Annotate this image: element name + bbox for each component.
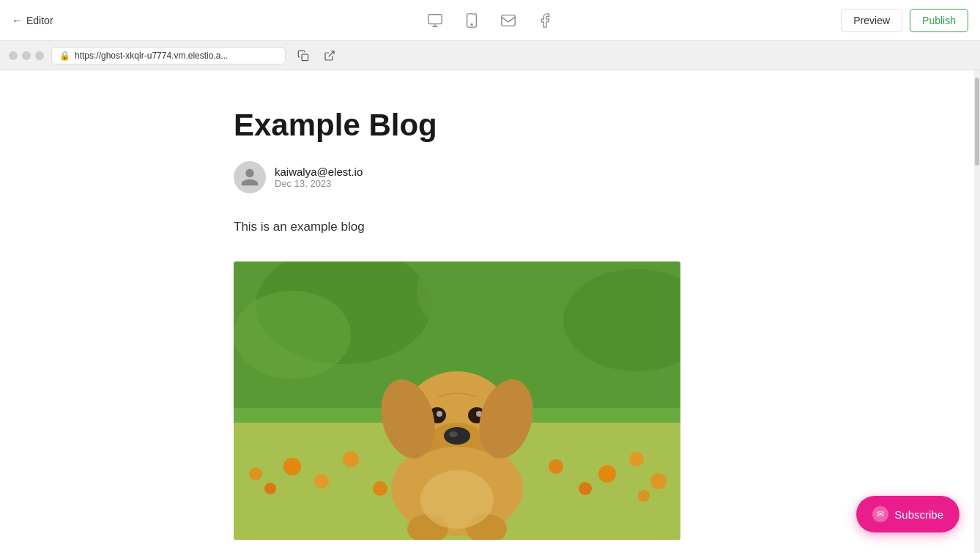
preview-button[interactable]: Preview [841, 9, 902, 32]
traffic-dot-1 [9, 51, 18, 60]
svg-point-11 [234, 291, 351, 379]
svg-point-15 [264, 483, 276, 494]
svg-rect-4 [302, 54, 308, 61]
dog-svg [234, 261, 680, 540]
desktop-icon[interactable] [427, 12, 443, 29]
avatar-icon [240, 167, 260, 188]
svg-rect-0 [428, 14, 442, 23]
author-info: kaiwalya@elest.io Dec 13, 2023 [275, 166, 363, 189]
author-row: kaiwalya@elest.io Dec 13, 2023 [234, 161, 746, 193]
svg-point-23 [638, 490, 650, 502]
svg-point-32 [437, 411, 442, 417]
subscribe-icon: ✉ [872, 506, 888, 522]
lock-icon: 🔒 [59, 51, 70, 61]
tablet-icon[interactable] [464, 12, 480, 29]
browser-bar: 🔒 https://ghost-xkqlr-u7774.vm.elestio.a… [0, 41, 980, 70]
toolbar: ← Editor [0, 0, 980, 41]
svg-point-41 [420, 470, 494, 529]
copy-url-button[interactable] [293, 45, 313, 66]
scrollbar-thumb[interactable] [975, 78, 979, 166]
svg-point-19 [598, 465, 616, 483]
publish-button[interactable]: Publish [910, 9, 968, 32]
svg-point-17 [249, 467, 262, 480]
browser-actions [293, 45, 340, 66]
address-bar[interactable]: 🔒 https://ghost-xkqlr-u7774.vm.elestio.a… [51, 47, 286, 64]
post-date: Dec 13, 2023 [275, 178, 363, 189]
email-icon[interactable] [500, 12, 516, 29]
author-name: kaiwalya@elest.io [275, 166, 363, 178]
content-inner: Example Blog kaiwalya@elest.io Dec 13, 2… [219, 70, 761, 553]
back-to-editor[interactable]: ← Editor [12, 15, 53, 26]
svg-point-24 [549, 459, 563, 474]
blog-title: Example Blog [234, 107, 746, 144]
blog-image [234, 261, 680, 540]
svg-point-18 [373, 481, 387, 496]
traffic-lights [9, 51, 44, 60]
blog-excerpt: This is an example blog [234, 217, 746, 238]
editor-label: Editor [26, 15, 53, 26]
svg-line-5 [329, 51, 334, 56]
svg-point-13 [283, 458, 301, 475]
svg-point-22 [650, 473, 667, 489]
back-arrow-icon: ← [12, 15, 22, 26]
open-external-button[interactable] [319, 45, 340, 66]
svg-point-20 [629, 452, 644, 467]
facebook-icon[interactable] [537, 12, 553, 29]
toolbar-right: Preview Publish [841, 9, 968, 32]
url-text: https://ghost-xkqlr-u7774.vm.elestio.a..… [75, 51, 278, 61]
dog-image-container [234, 261, 680, 540]
toolbar-center [427, 12, 553, 29]
svg-point-16 [343, 451, 359, 467]
subscribe-label: Subscribe [894, 508, 943, 521]
svg-point-14 [314, 474, 329, 489]
svg-point-29 [449, 431, 458, 437]
traffic-dot-3 [35, 51, 44, 60]
avatar [234, 161, 266, 193]
svg-point-21 [579, 482, 592, 495]
main-content: Example Blog kaiwalya@elest.io Dec 13, 2… [0, 70, 980, 553]
traffic-dot-2 [22, 51, 31, 60]
subscribe-button[interactable]: ✉ Subscribe [856, 496, 959, 532]
svg-rect-3 [502, 15, 515, 26]
scrollbar-track[interactable] [974, 70, 980, 553]
svg-point-2 [471, 23, 472, 25]
